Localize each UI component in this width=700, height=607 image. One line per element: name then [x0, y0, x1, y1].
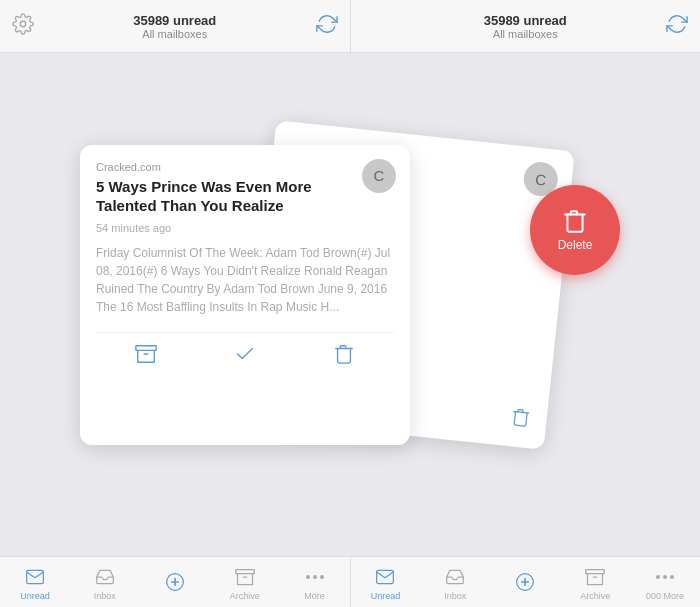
- tab-more-right[interactable]: 000 More: [630, 557, 700, 607]
- tab-unread-right[interactable]: Unread: [351, 557, 421, 607]
- trash-button[interactable]: [333, 343, 355, 365]
- edit-icon-left: [163, 570, 187, 594]
- card-time: 54 minutes ago: [96, 222, 394, 234]
- tab-more-left[interactable]: More: [280, 557, 350, 607]
- tab-label-unread-right: Unread: [371, 591, 401, 601]
- tab-unread-left[interactable]: Unread: [0, 557, 70, 607]
- refresh-icon-left[interactable]: [316, 13, 338, 39]
- tab-edit-left[interactable]: [140, 557, 210, 607]
- gear-icon-left[interactable]: [12, 13, 34, 39]
- trash-icon-back[interactable]: [509, 406, 531, 432]
- tab-edit-right[interactable]: [490, 557, 560, 607]
- right-mailboxes-label: All mailboxes: [484, 28, 567, 40]
- delete-label: Delete: [558, 238, 593, 252]
- delete-circle-button[interactable]: Delete: [530, 185, 620, 275]
- tab-label-archive-left: Archive: [230, 591, 260, 601]
- tab-panel-right: Unread Inbox: [350, 557, 701, 607]
- svg-rect-4: [236, 570, 254, 574]
- archive-button[interactable]: [135, 343, 157, 365]
- check-button[interactable]: [234, 343, 256, 365]
- left-header: 35989 unread All mailboxes: [0, 0, 350, 52]
- tab-inbox-right[interactable]: Inbox: [420, 557, 490, 607]
- card-subject: 5 Ways Prince Was Even More Talented Tha…: [96, 177, 394, 216]
- tab-label-unread-left: Unread: [20, 591, 50, 601]
- top-bars: 35989 unread All mailboxes 35989 unread …: [0, 0, 700, 53]
- left-header-center: 35989 unread All mailboxes: [133, 13, 216, 40]
- svg-rect-8: [586, 570, 604, 574]
- tab-archive-left[interactable]: Archive: [210, 557, 280, 607]
- left-unread-count: 35989 unread: [133, 13, 216, 28]
- inbox-icon-left: [93, 565, 117, 589]
- card-actions: [96, 332, 394, 365]
- svg-rect-2: [27, 570, 44, 583]
- archive-icon-right: [583, 565, 607, 589]
- left-mailboxes-label: All mailboxes: [133, 28, 216, 40]
- card-body: Friday Columnist Of The Week: Adam Tod B…: [96, 244, 394, 316]
- email-card-front[interactable]: C Cracked.com 5 Ways Prince Was Even Mor…: [80, 145, 410, 445]
- unread-icon-right: [373, 565, 397, 589]
- tab-inbox-left[interactable]: Inbox: [70, 557, 140, 607]
- right-header: 35989 unread All mailboxes: [350, 0, 701, 52]
- refresh-icon-right[interactable]: [666, 13, 688, 39]
- right-unread-count: 35989 unread: [484, 13, 567, 28]
- more-icon-left: [303, 565, 327, 589]
- tab-label-more-left: More: [304, 591, 325, 601]
- inbox-icon-right: [443, 565, 467, 589]
- tab-label-archive-right: Archive: [580, 591, 610, 601]
- tab-label-inbox-right: Inbox: [444, 591, 466, 601]
- tab-archive-right[interactable]: Archive: [560, 557, 630, 607]
- edit-icon-right: [513, 570, 537, 594]
- right-header-center: 35989 unread All mailboxes: [484, 13, 567, 40]
- archive-icon-left: [233, 565, 257, 589]
- bottom-tabs: Unread Inbox: [0, 556, 700, 607]
- cards-container: C n More lize The Week: Adam Tod 6(#) 6 …: [70, 125, 630, 465]
- card-sender: Cracked.com: [96, 161, 394, 173]
- tab-label-more-right: 000 More: [646, 591, 684, 601]
- tab-panel-left: Unread Inbox: [0, 557, 350, 607]
- more-icon-right: [653, 565, 677, 589]
- svg-rect-0: [136, 345, 156, 350]
- avatar-front: C: [362, 159, 396, 193]
- main-content: C n More lize The Week: Adam Tod 6(#) 6 …: [0, 53, 700, 556]
- tab-label-inbox-left: Inbox: [94, 591, 116, 601]
- svg-rect-6: [377, 570, 394, 583]
- unread-icon-left: [23, 565, 47, 589]
